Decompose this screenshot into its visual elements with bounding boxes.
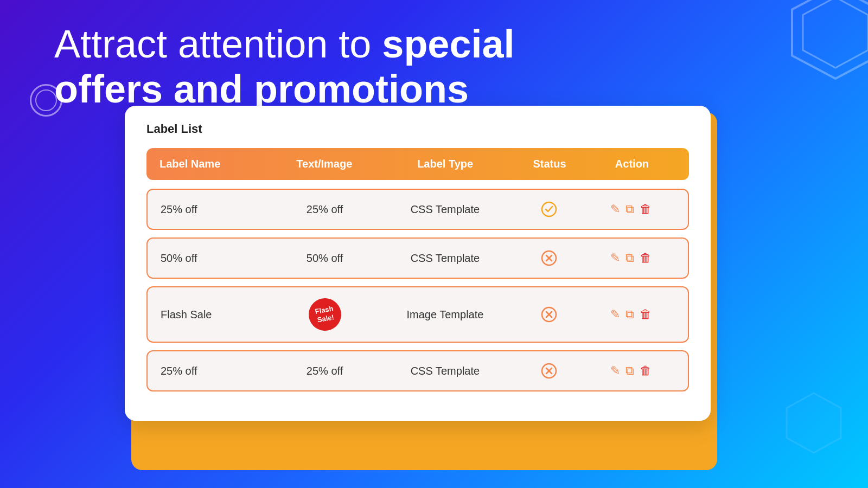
table-header: Label Name Text/Image Label Type Status …	[146, 148, 689, 180]
cell-status	[510, 362, 587, 380]
edit-icon[interactable]: ✎	[610, 364, 620, 378]
delete-icon[interactable]: 🗑	[640, 307, 652, 322]
cell-text-image: 50% off	[270, 252, 380, 265]
cell-label-name: 50% off	[161, 252, 270, 265]
svg-marker-1	[803, 0, 868, 68]
cell-action: ✎ ⧉ 🗑	[588, 307, 675, 322]
copy-icon[interactable]: ⧉	[626, 364, 634, 378]
hero-title: Attract attention to special offers and …	[54, 22, 515, 112]
cell-status	[510, 201, 587, 218]
copy-icon[interactable]: ⧉	[626, 202, 634, 216]
cell-text-image: 25% off	[270, 203, 380, 216]
cell-label-name: 25% off	[161, 365, 270, 377]
header-col-label-name: Label Name	[159, 158, 270, 170]
delete-icon[interactable]: 🗑	[640, 202, 652, 216]
table-row: 50% off 50% off CSS Template ✎ ⧉ 🗑	[146, 237, 689, 279]
cell-label-type: CSS Template	[379, 365, 510, 377]
edit-icon[interactable]: ✎	[610, 202, 620, 216]
copy-icon[interactable]: ⧉	[626, 251, 634, 265]
cell-status	[510, 249, 587, 267]
hero-line1-light: Attract attention to	[54, 22, 382, 66]
card-title: Label List	[146, 122, 689, 136]
delete-icon[interactable]: 🗑	[640, 364, 652, 378]
cell-text-image: 25% off	[270, 365, 380, 377]
copy-icon[interactable]: ⧉	[626, 307, 634, 322]
svg-marker-2	[787, 393, 841, 453]
cell-label-type: Image Template	[379, 309, 510, 321]
circle-inner-decoration	[35, 89, 57, 111]
delete-icon[interactable]: 🗑	[640, 251, 652, 265]
header-col-text-image: Text/Image	[270, 158, 380, 170]
cell-label-type: CSS Template	[379, 203, 510, 216]
hex-decoration-top-right	[787, 0, 868, 81]
header-col-status: Status	[511, 158, 588, 170]
header-col-action: Action	[588, 158, 676, 170]
hero-line1-bold: special	[382, 22, 514, 66]
header-col-label-type: Label Type	[379, 158, 511, 170]
edit-icon[interactable]: ✎	[610, 307, 620, 322]
table-row: 25% off 25% off CSS Template ✎ ⧉ 🗑	[146, 189, 689, 230]
cell-action: ✎ ⧉ 🗑	[588, 202, 675, 216]
hero-line2-bold: offers and promotions	[54, 67, 469, 111]
cell-action: ✎ ⧉ 🗑	[588, 364, 675, 378]
cell-label-name: Flash Sale	[161, 309, 270, 321]
cell-label-name: 25% off	[161, 203, 270, 216]
cell-action: ✎ ⧉ 🗑	[588, 251, 675, 265]
flash-sale-badge: FlashSale!	[306, 296, 344, 333]
cell-label-type: CSS Template	[379, 252, 510, 265]
table-row: 25% off 25% off CSS Template ✎ ⧉ 🗑	[146, 350, 689, 391]
edit-icon[interactable]: ✎	[610, 251, 620, 265]
cell-text-image: FlashSale!	[270, 298, 380, 331]
hex-decoration-bottom-right	[781, 390, 846, 455]
table-row: Flash Sale FlashSale! Image Template ✎ ⧉…	[146, 286, 689, 343]
cell-status	[510, 306, 587, 323]
label-list-card: Label List Label Name Text/Image Label T…	[125, 106, 711, 421]
